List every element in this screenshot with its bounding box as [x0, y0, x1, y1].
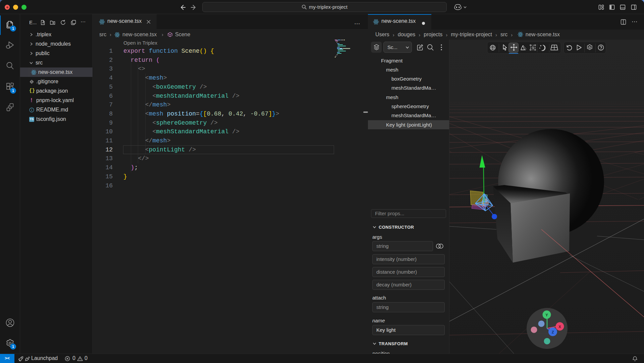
svg-text:X: X [558, 325, 561, 329]
svg-text:Z: Z [552, 330, 554, 334]
svg-text:Y: Y [545, 313, 548, 317]
